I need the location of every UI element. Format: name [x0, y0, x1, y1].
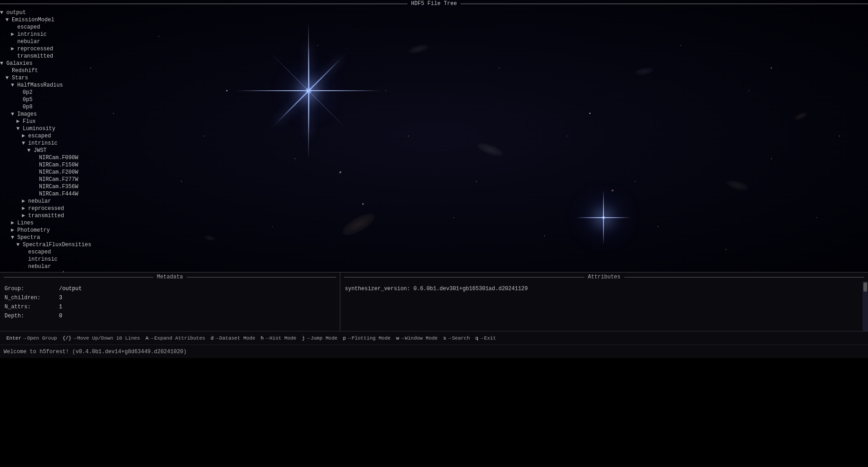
keybind-6: p → Plotting Mode — [340, 336, 393, 341]
galaxy-2 — [476, 141, 504, 158]
keybind-action: Dataset Mode — [219, 336, 255, 341]
tree-item-Redshift[interactable]: Redshift — [0, 67, 154, 74]
tree-item-SpectralFluxDensities[interactable]: ▼ SpectralFluxDensities — [0, 241, 154, 248]
keybind-9: q → Exit — [473, 336, 499, 341]
attributes-scrollbar-thumb[interactable] — [863, 282, 867, 292]
tree-label: reprocessed — [28, 205, 64, 212]
tree-label: transmitted — [28, 212, 64, 219]
metadata-key: N_children: — [5, 293, 59, 302]
tree-label: nebular — [17, 38, 40, 45]
keybind-action: Exit — [484, 336, 496, 341]
tree-arrow: ▼ — [11, 82, 17, 89]
metadata-value: 1 — [59, 302, 62, 311]
metadata-line-right — [186, 277, 336, 277]
keybind-4: h → Hist Mode — [258, 336, 299, 341]
tree-item-JWST[interactable]: ▼ JWST — [0, 147, 154, 154]
metadata-value: /output — [59, 284, 82, 293]
tree-label: Photometry — [17, 227, 50, 234]
keybind-key: j — [302, 336, 305, 341]
star-spike-horizontal — [236, 90, 381, 91]
tree-item-0p8[interactable]: 0p8 — [0, 103, 154, 111]
tree-item-sfd_reprocessed[interactable]: reprocessed — [0, 270, 154, 272]
tree-item-HalfMassRadius[interactable]: ▼ HalfMassRadius — [0, 82, 154, 89]
keybind-arrow: → — [401, 336, 404, 341]
file-tree[interactable]: ▼ output▼ EmissionModel escaped► intrins… — [0, 7, 154, 272]
tree-arrow: ► — [11, 227, 17, 234]
keybind-8: s → Search — [441, 336, 473, 341]
tree-label: Images — [17, 111, 37, 118]
tree-label: intrinsic — [17, 31, 47, 38]
tree-item-Luminosity[interactable]: ▼ Luminosity — [0, 125, 154, 132]
tree-label: JWST — [34, 147, 47, 154]
tree-item-NIRCam_F277W[interactable]: NIRCam.F277W — [0, 176, 154, 183]
keybind-key: h — [261, 336, 264, 341]
tree-label: NIRCam.F444W — [39, 190, 78, 198]
tree-item-reprocessed[interactable]: ► reprocessed — [0, 45, 154, 53]
tree-arrow: ► — [22, 132, 28, 140]
keybind-action: Hist Mode — [270, 336, 296, 341]
title-bar-text: HDF5 File Tree — [407, 0, 461, 7]
keybind-7: w → Window Mode — [393, 336, 441, 341]
tree-arrow: ▼ — [22, 140, 28, 147]
tree-item-Flux[interactable]: ► Flux — [0, 118, 154, 125]
tree-item-NIRCam_F356W[interactable]: NIRCam.F356W — [0, 183, 154, 190]
tree-arrow: ▼ — [11, 111, 17, 118]
tree-item-Galaxies[interactable]: ▼ Galaxies — [0, 60, 154, 67]
tree-item-nebular2[interactable]: ► nebular — [0, 198, 154, 205]
tree-item-0p2[interactable]: 0p2 — [0, 89, 154, 96]
tree-item-intrinsic[interactable]: ► intrinsic — [0, 31, 154, 38]
tree-item-sfd_escaped[interactable]: escaped — [0, 248, 154, 256]
tree-arrow: ► — [11, 45, 17, 53]
keybind-arrow: → — [265, 336, 269, 341]
metadata-value: 3 — [59, 293, 62, 302]
tree-label: 0p8 — [23, 103, 33, 111]
tree-item-Spectra[interactable]: ▼ Spectra — [0, 234, 154, 241]
metadata-value: 0 — [59, 311, 62, 321]
star2-core — [602, 216, 605, 219]
tree-item-transmitted[interactable]: transmitted — [0, 53, 154, 60]
galaxy-3 — [635, 67, 654, 77]
tree-item-NIRCam_F150W[interactable]: NIRCam.F150W — [0, 161, 154, 169]
metadata-row: N_attrs:1 — [5, 302, 335, 311]
metadata-panel: Metadata Group:/outputN_children:3N_attr… — [0, 272, 340, 331]
keybind-action: Window Mode — [405, 336, 438, 341]
keybind-arrow: → — [216, 336, 219, 341]
keybind-arrow: → — [23, 336, 26, 341]
metadata-key: Group: — [5, 284, 59, 293]
tree-item-Photometry[interactable]: ► Photometry — [0, 227, 154, 234]
tree-item-Stars[interactable]: ▼ Stars — [0, 74, 154, 82]
tree-item-NIRCam_F444W[interactable]: NIRCam.F444W — [0, 190, 154, 198]
keybind-key: p — [343, 336, 346, 341]
metadata-line-left — [4, 277, 153, 277]
keybind-5: j → Jump Mode — [299, 336, 340, 341]
tree-label: NIRCam.F090W — [39, 154, 78, 161]
keybind-key: s — [443, 336, 446, 341]
tree-label: Galaxies — [6, 60, 33, 67]
attributes-scrollbar[interactable] — [863, 282, 868, 331]
attributes-content: synthesizer_version: 0.6.0b1.dev301+gb16… — [340, 282, 868, 331]
tree-item-sfd_nebular[interactable]: nebular — [0, 263, 154, 270]
tree-item-output[interactable]: ▼ output — [0, 9, 154, 16]
galaxy-4 — [726, 179, 750, 192]
tree-item-NIRCam_F200W[interactable]: NIRCam.F200W — [0, 169, 154, 176]
tree-item-reprocessed2[interactable]: ► reprocessed — [0, 205, 154, 212]
tree-item-sfd_intrinsic[interactable]: intrinsic — [0, 256, 154, 263]
star-core — [305, 87, 312, 94]
tree-label: transmitted — [17, 53, 53, 60]
attributes-title-bar: Attributes — [340, 272, 868, 282]
metadata-row: Group:/output — [5, 284, 335, 293]
tree-item-0p5[interactable]: 0p5 — [0, 96, 154, 103]
tree-item-NIRCam_F090W[interactable]: NIRCam.F090W — [0, 154, 154, 161]
attributes-line-right — [624, 277, 865, 277]
tree-label: 0p2 — [23, 89, 33, 96]
tree-item-escaped[interactable]: escaped — [0, 24, 154, 31]
tree-item-nebular[interactable]: nebular — [0, 38, 154, 45]
tree-item-escaped2[interactable]: ► escaped — [0, 132, 154, 140]
tree-item-Images[interactable]: ▼ Images — [0, 111, 154, 118]
tree-item-transmitted2[interactable]: ► transmitted — [0, 212, 154, 219]
tree-arrow: ▼ — [16, 125, 23, 132]
tree-item-intrinsic2[interactable]: ▼ intrinsic — [0, 140, 154, 147]
tree-item-EmissionModel[interactable]: ▼ EmissionModel — [0, 16, 154, 24]
tree-item-Lines[interactable]: ► Lines — [0, 219, 154, 227]
tree-label: Luminosity — [23, 125, 55, 132]
